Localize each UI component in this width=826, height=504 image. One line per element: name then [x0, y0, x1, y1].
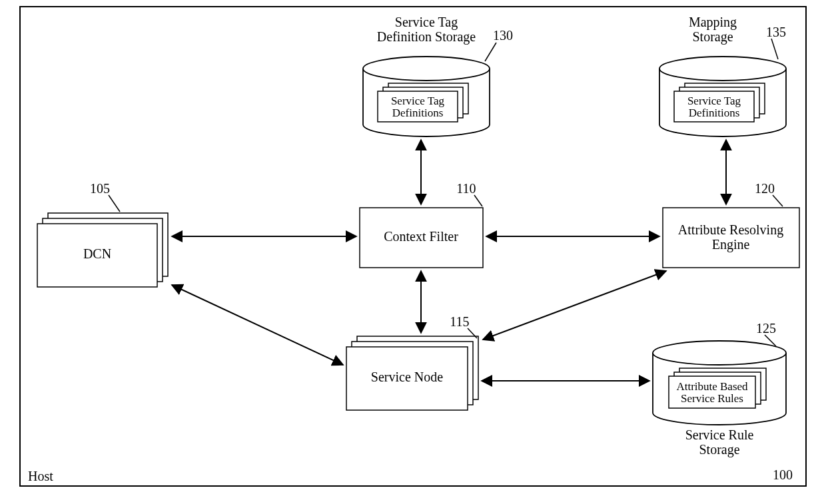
- rule-doc-2: Service Rules: [681, 392, 743, 405]
- attr-engine-ref: 120: [755, 181, 775, 196]
- dcn-label: DCN: [83, 246, 111, 261]
- dcn-ref: 105: [90, 181, 110, 196]
- svg-point-22: [653, 341, 786, 365]
- tag-def-doc-1: Service Tag: [391, 95, 445, 107]
- rule-title-1: Service Rule: [685, 427, 754, 442]
- tag-def-title-2: Definition Storage: [377, 29, 476, 45]
- service-node-label: Service Node: [371, 370, 443, 384]
- mapping-ref: 135: [766, 25, 786, 39]
- rule-doc-1: Attribute Based: [676, 380, 748, 393]
- service-node-ref: 115: [450, 314, 469, 329]
- mapping-title-2: Storage: [692, 29, 733, 45]
- host-label: Host: [28, 469, 53, 483]
- rule-ref: 125: [756, 321, 776, 336]
- mapping-doc-1: Service Tag: [687, 95, 741, 107]
- context-filter-label: Context Filter: [384, 229, 458, 244]
- context-filter-ref: 110: [456, 181, 476, 196]
- svg-point-17: [659, 57, 786, 81]
- svg-point-12: [363, 57, 490, 81]
- mapping-title-1: Mapping: [689, 15, 737, 30]
- tag-def-doc-2: Definitions: [392, 107, 444, 119]
- rule-title-2: Storage: [699, 442, 739, 457]
- mapping-doc-2: Definitions: [689, 107, 740, 119]
- attr-engine-label-1: Attribute Resolving: [678, 222, 783, 238]
- attr-engine-label-2: Engine: [712, 237, 750, 252]
- host-ref: 100: [773, 467, 793, 482]
- tag-def-title-1: Service Tag: [395, 15, 458, 30]
- tag-def-ref: 130: [493, 28, 513, 43]
